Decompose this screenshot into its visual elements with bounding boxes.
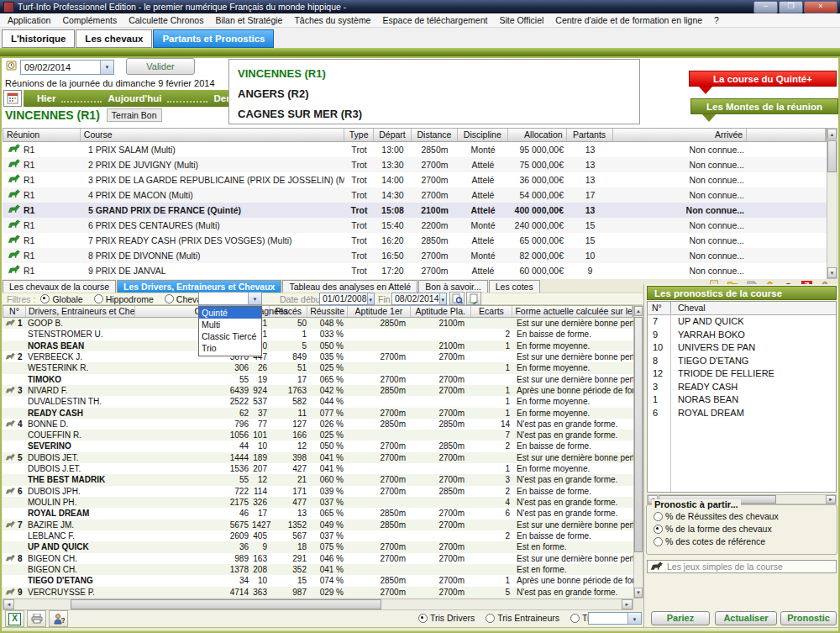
race-row-5[interactable]: R15 GRAND PRIX DE FRANCE (Quinté)Trot15:… bbox=[3, 203, 827, 218]
race-row-7[interactable]: R17 PRIX READY CASH (PRIX DES VOSGES) (M… bbox=[3, 233, 827, 248]
stats-row-24[interactable]: TIEGO D'ETANG341015074 %2850m2700m1Après… bbox=[3, 575, 633, 586]
pronostic-row-5[interactable]: 12TRIODE DE FELLIERE bbox=[648, 367, 836, 381]
bet-type-select[interactable]: ▼ bbox=[198, 292, 262, 305]
menu-item-3[interactable]: Bilan et Stratégie bbox=[209, 15, 288, 25]
stats-col-apt1[interactable]: Aptitude 1er bbox=[348, 306, 411, 317]
stats-row-2[interactable]: STENSTROMER U.11033 %2En baisse de forme… bbox=[3, 329, 633, 340]
scrollbar-thumb[interactable] bbox=[827, 140, 837, 172]
export-page-icon[interactable] bbox=[466, 292, 481, 305]
race-col-allocation[interactable]: Allocation bbox=[508, 129, 567, 141]
pronostic-row-7[interactable]: 1NORAS BEAN bbox=[648, 393, 836, 407]
scroll-up-icon[interactable]: ▲ bbox=[634, 306, 643, 316]
stats-row-9[interactable]: READY CASH623711077 %2700m2700m1En forme… bbox=[3, 408, 633, 419]
pronostic-row-8[interactable]: 6ROYAL DREAM bbox=[648, 407, 836, 420]
jeux-simples-bar[interactable]: Les jeux simples de la course bbox=[647, 560, 837, 573]
race-col-partants[interactable]: Partants bbox=[567, 129, 613, 141]
race-row-2[interactable]: R12 PRIX DE JUVIGNY (Multi)Trot13:302700… bbox=[3, 157, 827, 172]
sub-tab-0[interactable]: Les chevaux de la course bbox=[3, 280, 116, 293]
valider-button[interactable]: Valider bbox=[126, 58, 195, 75]
stats-row-12[interactable]: SEVERINO441012050 %2700m2850m2En baisse … bbox=[3, 440, 633, 451]
stats-col-reussite[interactable]: Réussite bbox=[307, 306, 348, 317]
dropdown-option-3[interactable]: Trio bbox=[199, 342, 261, 354]
menu-item-4[interactable]: Tâches du système bbox=[288, 15, 376, 25]
close-button[interactable]: × bbox=[804, 1, 837, 13]
calendar-button[interactable] bbox=[3, 90, 22, 107]
race-col-discipline[interactable]: Discipline bbox=[458, 129, 508, 141]
race-row-4[interactable]: R14 PRIX DE MACON (Multi)Trot14:302700mA… bbox=[3, 187, 827, 203]
stats-row-22[interactable]: 8BIGEON CH.989163291046 %2700m2700mEst s… bbox=[3, 553, 633, 564]
race-col-course[interactable]: Course bbox=[81, 129, 344, 141]
stats-col-ecart[interactable]: Ecarts bbox=[471, 306, 513, 317]
race-row-9[interactable]: R19 PRIX DE JANVALTrot17:202700mAttelé60… bbox=[3, 263, 827, 278]
tab-2[interactable]: Partants et Pronostics bbox=[153, 29, 274, 48]
reunion-item-1[interactable]: ANGERS (R2) bbox=[238, 84, 639, 104]
stats-row-15[interactable]: THE BEST MADRIK551221060 %2700m2700m3N'e… bbox=[3, 474, 633, 485]
stats-row-18[interactable]: ROYAL DREAM461713065 %2850m2700m6N'est p… bbox=[3, 508, 633, 519]
dropdown-option-1[interactable]: Multi bbox=[199, 319, 261, 330]
scroll-right-icon[interactable]: ► bbox=[622, 599, 633, 609]
sort-radio-1[interactable]: Tris Entraineurs bbox=[486, 613, 559, 623]
montes-button[interactable]: Les Montes de la réunion bbox=[690, 98, 838, 114]
tab-0[interactable]: L'historique bbox=[2, 29, 75, 48]
scroll-left-icon[interactable]: ◄ bbox=[3, 599, 14, 609]
scrollbar-thumb[interactable] bbox=[71, 599, 381, 609]
race-col-depart[interactable]: Départ bbox=[374, 129, 412, 141]
filter-scope-radio-0[interactable]: Globale bbox=[40, 294, 82, 304]
menu-item-6[interactable]: Site Officiel bbox=[493, 15, 549, 25]
pronostic-source-radio-1[interactable]: % de la forme des chevaux bbox=[654, 524, 779, 534]
pronostics-col-num[interactable]: N° bbox=[648, 302, 671, 314]
stats-row-11[interactable]: COUEFFIN R.1056101166025 %7N'est pas en … bbox=[3, 430, 633, 440]
pronostic-source-radio-0[interactable]: % de Réussites des chevaux bbox=[654, 511, 779, 521]
race-col-reunion[interactable]: Réunion bbox=[3, 129, 81, 141]
stats-row-4[interactable]: 2VERBEECK J.3670447849035 %2700m2700mEst… bbox=[3, 351, 633, 362]
race-table-scrollbar[interactable]: ▲ ▼ bbox=[827, 128, 837, 279]
sub-tab-4[interactable]: Les cotes bbox=[489, 280, 540, 293]
chevron-down-icon[interactable]: ▼ bbox=[100, 61, 113, 74]
race-row-3[interactable]: R13 PRIX DE LA GARDE REPUBLICAINE (PRIX … bbox=[3, 172, 827, 187]
print-icon[interactable] bbox=[27, 610, 46, 627]
footer-select[interactable]: ▼ bbox=[588, 612, 642, 625]
stats-row-14[interactable]: DUBOIS J.ET.1536207427041 %1En forme moy… bbox=[3, 463, 633, 474]
stats-row-16[interactable]: 6DUBOIS JPH.722114171039 %2700m2850m2En … bbox=[3, 486, 633, 497]
dropdown-option-0[interactable]: Quinté bbox=[199, 307, 261, 319]
race-col-arrivee[interactable]: Arrivée bbox=[613, 129, 748, 141]
stats-row-23[interactable]: BIGEON CH.1378208352041 %Est en forme. bbox=[3, 564, 633, 575]
dropdown-option-2[interactable]: Classic Tiercé bbox=[199, 330, 261, 342]
stats-row-5[interactable]: WESTERINK R.3062651025 %1En forme moyenn… bbox=[3, 362, 633, 373]
scrollbar-thumb[interactable] bbox=[634, 317, 643, 552]
tab-1[interactable]: Les chevaux bbox=[76, 29, 152, 48]
pronostics-col-cheval[interactable]: Cheval bbox=[671, 302, 706, 314]
excel-export-icon[interactable]: X bbox=[5, 610, 24, 627]
menu-item-8[interactable]: ? bbox=[708, 15, 725, 25]
pronostic-row-3[interactable]: 10UNIVERS DE PAN bbox=[648, 341, 836, 355]
nav-aujourdhui[interactable]: Aujourd'hui bbox=[108, 93, 161, 103]
stats-row-1[interactable]: 1GOOP B.2150048 %2850m2100mEst sur une d… bbox=[3, 318, 633, 329]
stats-col-name[interactable]: Drivers, Entraineurs et Chevaux bbox=[26, 306, 135, 317]
stats-col-apt2[interactable]: Aptitude Pla. bbox=[411, 306, 471, 317]
race-row-1[interactable]: R11 PRIX SALAM (Multi)Trot13:002850mMont… bbox=[3, 142, 827, 157]
menu-item-5[interactable]: Espace de téléchargement bbox=[376, 15, 493, 25]
chevron-down-icon[interactable]: ▼ bbox=[248, 293, 261, 304]
preview-search-icon[interactable] bbox=[449, 292, 465, 305]
minimize-button[interactable]: – bbox=[753, 1, 778, 13]
person-help-icon[interactable]: ? bbox=[49, 610, 68, 627]
stats-row-19[interactable]: 7BAZIRE JM.567514271352049 %2850m2700mEs… bbox=[3, 520, 633, 530]
reunion-item-2[interactable]: CAGNES SUR MER (R3) bbox=[238, 104, 639, 124]
maximize-button[interactable]: ❒ bbox=[779, 1, 803, 13]
menu-item-1[interactable]: Compléments bbox=[56, 15, 123, 25]
stats-row-13[interactable]: 5DUBOIS JET.1444189398041 %2700m2700mEst… bbox=[3, 452, 633, 463]
scroll-right-icon[interactable]: ► bbox=[826, 495, 836, 504]
stats-col-forme[interactable]: Forme actuelle calculée sur les 3 bbox=[512, 306, 633, 317]
stats-row-3[interactable]: NORAS BEAN05050 %2100m1En forme moyenne. bbox=[3, 340, 633, 351]
stats-vertical-scrollbar[interactable]: ▲ ▼ bbox=[633, 305, 643, 599]
chevron-down-icon[interactable]: ▼ bbox=[627, 613, 641, 624]
stats-row-17[interactable]: MOULIN PH.2175326477037 %4N'est pas en g… bbox=[3, 497, 633, 508]
date-select[interactable]: 09/02/2014 ▼ bbox=[20, 60, 114, 75]
date-debut-select[interactable]: 01/01/2008 ▼ bbox=[319, 293, 375, 305]
stats-row-7[interactable]: 3NIVARD F.64399241763042 %2850m2700m1Apr… bbox=[3, 385, 633, 396]
pronostic-row-4[interactable]: 8TIEGO D'ETANG bbox=[648, 355, 836, 368]
stats-col-places[interactable]: Placés bbox=[270, 306, 307, 317]
menu-item-7[interactable]: Centre d'aide et de formation en ligne bbox=[549, 15, 708, 25]
pronostic-button[interactable]: Pronostic bbox=[780, 611, 837, 625]
stats-row-8[interactable]: DUVALDESTIN TH.2522537582044 %1En forme … bbox=[3, 396, 633, 407]
